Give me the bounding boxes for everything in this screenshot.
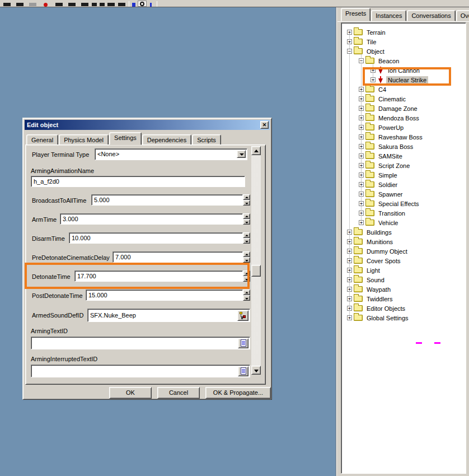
tree-item-sakura-boss[interactable]: +Sakura Boss	[343, 142, 465, 151]
expand-icon[interactable]: +	[347, 315, 352, 320]
tab-settings[interactable]: Settings	[109, 132, 142, 145]
broadcast-to-all-time-input[interactable]: 5.000	[91, 194, 243, 206]
sound-preset-browse-button[interactable]	[237, 310, 248, 321]
expand-icon[interactable]: +	[359, 192, 364, 197]
tree-item-label[interactable]: Spawner	[377, 190, 404, 198]
tab-presets[interactable]: Presets	[341, 8, 370, 21]
arming-interrupted-text-id-input[interactable]	[31, 365, 250, 377]
tree-item-label[interactable]: Vehicle	[377, 219, 400, 227]
tree-item-label[interactable]: SAMSite	[377, 152, 404, 160]
toolbar-icon[interactable]	[3, 3, 11, 6]
tab-scripts[interactable]: Scripts	[192, 134, 221, 145]
tree-item-beacon[interactable]: −Beacon	[343, 56, 465, 66]
settings-scrollbar[interactable]	[251, 146, 261, 375]
scroll-down-icon[interactable]	[251, 366, 261, 375]
expand-icon[interactable]: +	[359, 211, 364, 216]
tree-item-label[interactable]: Mendoza Boss	[377, 114, 421, 122]
tab-general[interactable]: General	[26, 134, 58, 145]
tree-item-samsite[interactable]: +SAMSite	[343, 151, 465, 161]
tree-item-label[interactable]: Dummy Object	[365, 248, 409, 255]
tree-item-label[interactable]: C4	[377, 86, 388, 94]
expand-icon[interactable]: +	[359, 220, 364, 225]
tree-item-label[interactable]: Script Zone	[377, 162, 411, 170]
tree-item-label[interactable]: Tile	[365, 38, 378, 46]
expand-icon[interactable]: +	[359, 153, 364, 158]
expand-icon[interactable]: +	[359, 172, 364, 178]
ok-button[interactable]: OK	[109, 387, 152, 399]
expand-icon[interactable]: +	[347, 296, 352, 301]
tree-item-special-effects[interactable]: +Special Effects	[343, 199, 465, 208]
scrollbar-thumb[interactable]	[251, 265, 261, 277]
tab-physics-model[interactable]: Physics Model	[59, 134, 109, 145]
string-picker-button[interactable]	[238, 366, 248, 376]
tab-conversations[interactable]: Conversations	[407, 10, 455, 21]
tree-item-label[interactable]: Waypath	[365, 286, 392, 293]
tree-item-label[interactable]: Cinematic	[377, 95, 407, 103]
spin-down-icon[interactable]	[243, 219, 250, 225]
string-picker-button[interactable]	[238, 338, 248, 348]
tree-item-buildings[interactable]: +Buildings	[343, 227, 465, 237]
expand-icon[interactable]: +	[347, 287, 352, 292]
toolbar-icon[interactable]	[92, 3, 97, 6]
expand-icon[interactable]: +	[359, 106, 364, 111]
tree-item-label[interactable]: Buildings	[365, 228, 393, 236]
tree-item-raveshaw-boss[interactable]: +Raveshaw Boss	[343, 132, 465, 142]
expand-icon[interactable]: +	[359, 182, 364, 187]
expand-icon[interactable]: +	[359, 163, 364, 168]
tab-instances[interactable]: Instances	[371, 10, 406, 21]
tree-item-sound[interactable]: +Sound	[343, 275, 465, 284]
tree-item-label[interactable]: Soldier	[377, 181, 399, 189]
expand-icon[interactable]: +	[359, 96, 364, 101]
tree-item-c4[interactable]: +C4	[343, 85, 465, 94]
tree-item-label[interactable]: Cover Spots	[365, 257, 402, 265]
toolbar-icon[interactable]	[81, 3, 88, 6]
arming-animation-name-input[interactable]: h_a_f2d0	[31, 176, 245, 187]
scroll-up-icon[interactable]	[251, 146, 261, 155]
collapse-icon[interactable]: −	[347, 49, 352, 54]
tree-item-cover-spots[interactable]: +Cover Spots	[343, 256, 465, 265]
ok-propagate-button[interactable]: OK & Propagate...	[205, 387, 271, 399]
spin-down-icon[interactable]	[243, 257, 250, 263]
tree-item-label[interactable]: Sakura Boss	[377, 143, 415, 151]
disarm-time-stepper[interactable]	[243, 232, 250, 244]
tree-item-label[interactable]: Light	[365, 267, 382, 274]
post-detonate-time-stepper[interactable]	[243, 290, 250, 301]
tree-item-damage-zone[interactable]: +Damage Zone	[343, 104, 465, 113]
spin-down-icon[interactable]	[243, 200, 250, 206]
expand-icon[interactable]: +	[359, 144, 364, 149]
dialog-titlebar[interactable]: Edit object ✕	[25, 120, 270, 130]
tree-item-cinematic[interactable]: +Cinematic	[343, 94, 465, 104]
tree-item-script-zone[interactable]: +Script Zone	[343, 161, 465, 170]
spin-up-icon[interactable]	[243, 232, 250, 238]
close-icon[interactable]: ✕	[260, 121, 269, 129]
collapse-icon[interactable]: −	[359, 58, 364, 63]
tree-item-label[interactable]: Simple	[377, 171, 399, 179]
chevron-down-icon[interactable]	[237, 150, 246, 158]
tree-item-label[interactable]: Special Effects	[377, 200, 421, 208]
expand-icon[interactable]: +	[347, 30, 352, 35]
expand-icon[interactable]: +	[347, 39, 352, 44]
toolbar-icon[interactable]	[132, 3, 135, 7]
expand-icon[interactable]: +	[347, 277, 352, 282]
tree-item-soldier[interactable]: +Soldier	[343, 180, 465, 189]
arm-time-input[interactable]: 3.000	[60, 213, 243, 225]
tree-item-mendoza-boss[interactable]: +Mendoza Boss	[343, 113, 465, 123]
toolbar-icon[interactable]	[150, 3, 152, 7]
pre-detonate-cinematic-delay-stepper[interactable]	[243, 251, 250, 263]
spin-up-icon[interactable]	[243, 213, 250, 219]
armed-sound-def-id-input[interactable]: SFX.Nuke_Beep	[87, 309, 250, 322]
expand-icon[interactable]: +	[347, 249, 352, 254]
toolbar-icon[interactable]	[16, 3, 24, 6]
tree-item-simple[interactable]: +Simple	[343, 170, 465, 180]
player-terminal-type-combobox[interactable]: <None>	[95, 148, 247, 160]
disarm-time-input[interactable]: 10.000	[69, 232, 243, 244]
tree-item-label[interactable]: Object	[365, 48, 386, 55]
expand-icon[interactable]: +	[359, 134, 364, 139]
toolbar-icon[interactable]	[138, 1, 147, 7]
expand-icon[interactable]: +	[347, 306, 352, 311]
tree-item-spawner[interactable]: +Spawner	[343, 189, 465, 199]
tab-overlap[interactable]: Overlap	[456, 10, 469, 21]
post-detonate-time-input[interactable]: 15.000	[86, 290, 243, 301]
tree-item-label[interactable]: PowerUp	[377, 124, 405, 132]
tree-item-light[interactable]: +Light	[343, 265, 465, 275]
